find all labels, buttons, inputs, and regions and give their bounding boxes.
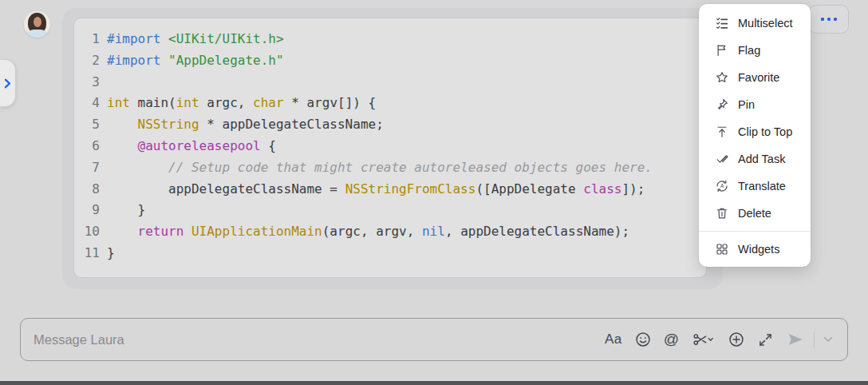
code-text: #import <UIKit/UIKit.h> [107,29,284,50]
pin-icon [715,97,729,112]
code-line: 11} [82,243,700,264]
menu-item-label: Clip to Top [738,125,792,138]
menu-item-flag[interactable]: Flag [699,37,811,64]
expand-icon[interactable] [757,331,774,348]
menu-item-multiselect[interactable]: Multiselect [699,10,811,37]
menu-item-label: Multiselect [738,17,793,30]
avatar-face [34,17,41,27]
ellipsis-icon [821,18,825,22]
more-actions-button[interactable] [809,5,849,34]
code-line: 2#import "AppDelegate.h" [82,50,700,72]
code-text: NSString * appDelegateClassName; [107,114,384,136]
chevron-right-icon [4,78,11,89]
code-snippet-icon[interactable] [691,331,716,348]
window-bottom-edge [0,381,868,385]
line-number: 2 [82,50,100,72]
menu-item-label: Widgets [738,243,779,256]
menu-item-label: Favorite [738,71,779,84]
menu-item-label: Pin [738,98,755,111]
code-text: #import "AppDelegate.h" [107,50,284,72]
menu-item-pin[interactable]: Pin [699,91,811,118]
line-number: 1 [82,29,100,50]
code-line: 5 NSString * appDelegateClassName; [82,114,700,136]
message-composer: Aa@ [20,318,848,361]
menu-item-label: Flag [738,44,760,57]
line-number: 5 [82,114,100,136]
menu-item-widgets[interactable]: Widgets [699,236,811,263]
code-line: 9 } [82,200,700,221]
menu-item-add-task[interactable]: Add Task [699,145,811,173]
menu-item-label: Delete [738,207,771,220]
avatar-shirt [26,30,48,38]
code-block[interactable]: 1#import <UIKit/UIKit.h>2#import "AppDel… [73,18,707,278]
line-number: 11 [82,243,100,264]
code-text: } [107,243,115,264]
code-line: 10 return UIApplicationMain(argc, argv, … [82,221,700,243]
line-number: 9 [82,200,100,221]
star-icon [715,70,729,85]
line-number: 8 [82,179,100,200]
trash-icon [715,206,729,220]
code-text: // Setup code that might create autorele… [107,157,653,179]
send-icon[interactable] [786,331,805,348]
code-line: 4int main(int argc, char * argv[]) { [82,93,700,114]
clip-to-top-icon [715,125,729,139]
line-number: 3 [82,72,100,93]
menu-item-delete[interactable]: Delete [699,200,811,227]
code-text: @autoreleasepool { [107,136,276,157]
code-text: return UIApplicationMain(argc, argv, nil… [107,221,629,243]
context-menu: MultiselectFlagFavoritePinClip to TopAdd… [699,4,811,267]
svg-text:A: A [720,183,724,189]
widgets-icon [715,242,729,256]
line-number: 4 [82,93,100,114]
code-line: 7 // Setup code that might create autore… [82,157,700,179]
line-number: 10 [82,221,100,243]
menu-item-label: Translate [738,180,786,192]
menu-item-favorite[interactable]: Favorite [699,64,811,91]
toolbar-divider [814,331,815,347]
line-number: 6 [82,136,100,157]
menu-item-clip-to-top[interactable]: Clip to Top [699,118,811,145]
code-line: 3 [82,72,700,93]
format-icon[interactable]: Aa [605,331,622,347]
translate-icon: A [715,179,729,193]
code-line: 6 @autoreleasepool { [82,136,700,157]
code-text: appDelegateClassName = NSStringFromClass… [107,179,645,200]
add-task-icon [715,152,729,166]
multiselect-icon [715,16,729,30]
avatar[interactable] [24,11,50,38]
side-panel-toggle[interactable] [0,59,16,107]
code-line: 8 appDelegateClassName = NSStringFromCla… [82,179,700,200]
menu-item-translate[interactable]: ATranslate [699,173,811,200]
mention-icon[interactable]: @ [664,331,679,348]
flag-icon [715,43,729,58]
code-text: } [107,200,145,221]
menu-separator [699,231,811,232]
attach-icon[interactable] [728,331,745,348]
composer-toolbar: Aa@ [605,319,833,360]
menu-item-label: Add Task [738,153,785,165]
code-text: int main(int argc, char * argv[]) { [107,93,376,114]
code-line: 1#import <UIKit/UIKit.h> [82,29,700,50]
line-number: 7 [82,157,100,179]
message-bubble: 1#import <UIKit/UIKit.h>2#import "AppDel… [62,8,723,289]
emoji-icon[interactable] [634,331,652,348]
send-options-icon[interactable] [823,336,833,343]
